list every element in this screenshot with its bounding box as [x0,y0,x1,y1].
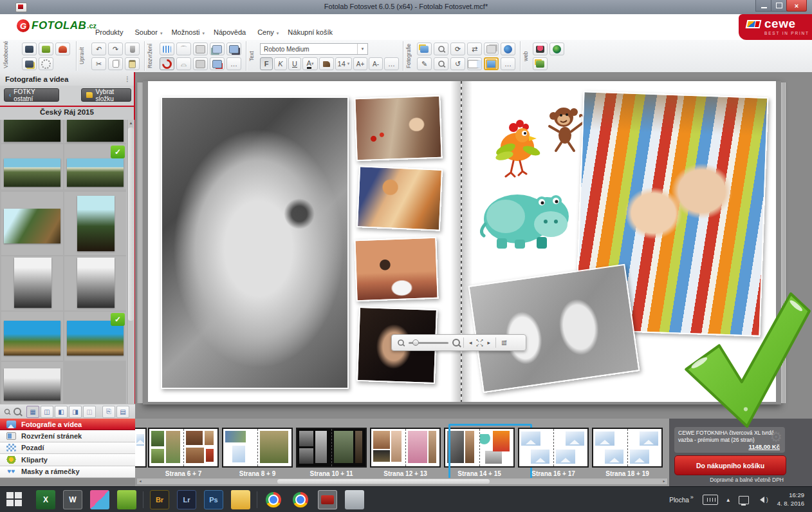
spread-label[interactable]: Strana 18 + 19 [592,470,663,477]
thumb-cell[interactable] [1,120,63,143]
zoom-in-icon[interactable] [452,339,460,346]
sidebar-scrollbar[interactable]: ▲ ▼ [127,120,134,452]
next-page-icon[interactable]: ▸ [488,339,491,346]
spread-label[interactable]: Strana 6 + 7 [148,470,219,477]
photo-add-person-button[interactable] [434,57,448,70]
bold-button[interactable]: F [260,57,273,70]
thumb-cell[interactable] [1,312,63,361]
spread-label[interactable]: Strana 12 + 13 [370,470,441,477]
spread-thumb-12-13[interactable] [370,428,441,468]
photo-rotate-button[interactable]: ⟳ [450,43,465,55]
redo-button[interactable]: ↷ [108,43,123,55]
magnet-snap-button[interactable] [160,57,174,70]
page-preview-icon[interactable]: ▥⃗ [501,339,507,346]
nav-item-rozvrzeni-stranek[interactable]: Rozvržení stránek [0,430,135,442]
highlight-color-button[interactable] [319,57,334,70]
scroll-left-icon[interactable]: ◂ [137,479,143,484]
zoom-in-small-icon[interactable] [14,408,21,415]
rotate-right-button[interactable]: ⌓ [176,57,191,70]
prev-page-icon[interactable]: ◂ [469,339,472,346]
add-photo-button[interactable] [417,43,432,55]
taskbar-journal-icon[interactable] [345,490,364,509]
rooster-clipart[interactable] [489,109,546,182]
taskbar-corel-icon[interactable] [117,490,136,509]
save-as-button[interactable] [22,57,37,70]
taskbar-lightroom-icon[interactable]: Lr [177,490,196,509]
thumb-cell[interactable] [64,256,126,310]
spread-label[interactable]: Strana 16 + 17 [518,470,589,477]
font-bigger-button[interactable]: A+ [353,57,367,70]
zoom-slider-knob[interactable] [412,339,419,346]
spread-thumb-partial[interactable] [135,428,147,468]
underline-button[interactable]: U [288,57,301,70]
taskbar-photo-app-icon[interactable] [90,490,109,509]
taskbar-photoshop-icon[interactable]: Ps [204,490,223,509]
photo-edit-button[interactable]: ✎ [417,57,432,70]
photo-mother-child[interactable] [354,237,438,301]
menu-ceny[interactable]: Ceny▾ [257,28,279,36]
zoom-out-small-icon[interactable] [5,409,10,414]
product-price[interactable]: 1148,00 Kč [748,443,780,451]
view-spread2-button[interactable]: ◧ [55,406,68,418]
thumb-cell[interactable] [1,256,63,310]
taskbar-chrome-icon[interactable] [264,490,283,509]
view-spread4-button[interactable]: ◫ [83,406,96,418]
photo-duplicate-button[interactable] [484,43,499,55]
scroll-up-icon[interactable]: ▲ [127,120,134,127]
thumb-cell[interactable] [64,192,126,255]
open-project-button[interactable] [39,43,53,55]
monkey-clipart[interactable] [544,104,587,153]
rotate-left-button[interactable]: ⌒ [176,43,191,55]
left-page[interactable] [148,81,461,402]
menu-soubor[interactable]: Soubor▾ [134,28,162,36]
add-to-cart-button[interactable]: Do nákupního košíku [674,455,786,475]
font-color-button[interactable]: A▾ [302,57,318,70]
desktop-toolbar-label[interactable]: Plocha [669,497,689,504]
taskbar-word-icon[interactable]: W [63,490,82,509]
view-spread3-button[interactable]: ◨ [69,406,82,418]
view-spread-button[interactable]: ◫ [41,406,53,418]
volume-icon[interactable]: ) [757,497,777,503]
undo-button[interactable]: ↶ [91,43,106,55]
photo-more-button[interactable]: … [501,57,515,70]
photo-undo-button[interactable]: ↺ [450,57,465,70]
spread-thumb-6-7[interactable] [148,428,219,468]
menu-moznosti[interactable]: Možnosti▾ [171,28,205,36]
chevron-down-icon[interactable]: ▾ [357,44,367,54]
spread-thumb-10-11[interactable] [296,428,367,468]
photo-frame-button[interactable] [484,57,499,70]
spread-label-selected[interactable]: Strana 14 + 15 [444,470,515,477]
photo-search-button[interactable] [434,43,448,55]
taskbar-clock[interactable]: 16:29 4. 8. 2016 [777,491,804,508]
text-more-button[interactable]: … [384,57,399,70]
photo-pages-button[interactable] [467,57,482,70]
paste-button[interactable] [125,57,140,70]
italic-button[interactable]: K [274,57,287,70]
hippo-clipart[interactable] [477,179,574,256]
flip-button[interactable] [193,43,208,55]
copy-button[interactable] [108,57,123,70]
taskbar-explorer-icon[interactable] [231,490,250,509]
photo-swap-button[interactable]: ⇄ [467,43,482,55]
photo-kids-bw[interactable] [468,264,640,393]
drag-handle-icon[interactable]: ⋮ [124,75,131,82]
photo-baby-bw[interactable] [161,97,349,389]
taskbar-fotolab-icon[interactable] [318,490,337,509]
restore-button[interactable] [771,0,788,12]
close-button[interactable]: × [786,0,807,12]
back-to-folders-button[interactable]: ‹ FOTKY ostatní [4,88,59,102]
user-account-button[interactable] [55,43,70,55]
view-book-button[interactable]: ⎘ [102,406,115,418]
thumb-cell[interactable] [1,362,63,407]
view-grid-button[interactable]: ▦ [26,406,39,418]
web-upload-button[interactable] [533,57,548,70]
web-globe-button[interactable] [549,43,564,55]
nav-item-fotografie-a-videa[interactable]: Fotografie a vídea [0,419,135,430]
layout-more-button[interactable]: … [226,57,241,70]
spread-thumb-8-9[interactable] [222,428,293,468]
remove-layout-button[interactable] [210,57,225,70]
taskbar-bridge-icon[interactable]: Br [150,490,169,509]
font-size-select[interactable]: 14▾ [335,57,352,70]
touch-keyboard-icon[interactable] [703,495,718,505]
nav-item-pozadi[interactable]: Pozadí [0,442,135,454]
